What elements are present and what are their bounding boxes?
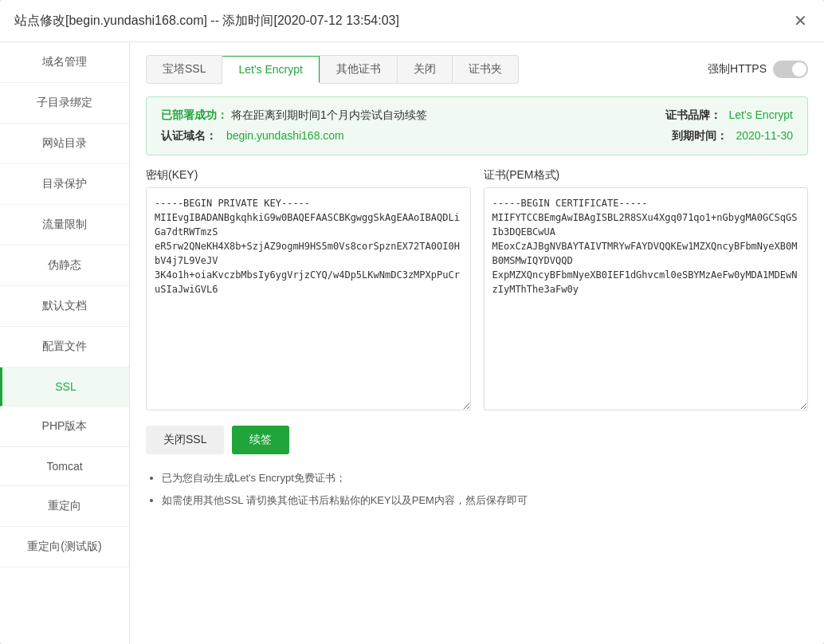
sidebar-item-default-doc[interactable]: 默认文档 [0,286,129,327]
key-label: 密钥(KEY) [146,168,471,183]
tab-lets-encrypt[interactable]: Let's Encrypt [222,56,320,83]
success-main-text: 已部署成功： 将在距离到期时间1个月内尝试自动续签 [161,108,477,123]
tab-cert-folder[interactable]: 证书夹 [453,55,519,84]
sidebar-item-redirect-beta[interactable]: 重定向(测试版) [0,527,129,567]
https-toggle-label: 强制HTTPS [708,62,767,77]
sidebar-item-domain[interactable]: 域名管理 [0,42,129,83]
dialog: 站点修改[begin.yundashi168.com] -- 添加时间[2020… [0,0,824,644]
sidebar-item-redirect[interactable]: 重定向 [0,486,129,527]
success-banner: 已部署成功： 将在距离到期时间1个月内尝试自动续签 证书品牌： Let's En… [146,96,808,155]
cert-label: 证书(PEM格式) [484,168,809,183]
tab-other-cert[interactable]: 其他证书 [320,55,398,84]
key-cert-row: 密钥(KEY) 证书(PEM格式) [146,168,808,413]
key-column: 密钥(KEY) [146,168,471,413]
cert-expire: 到期时间： 2020-11-30 [477,129,794,143]
tab-baota-ssl[interactable]: 宝塔SSL [146,55,222,84]
sidebar-item-rewrite[interactable]: 伪静态 [0,245,129,286]
key-textarea[interactable] [146,187,471,410]
cert-textarea[interactable] [484,187,809,410]
tab-close[interactable]: 关闭 [398,55,453,84]
main-layout: 域名管理 子目录绑定 网站目录 目录保护 流量限制 伪静态 默认文档 配置文件 … [0,42,824,644]
tab-bar: 宝塔SSL Let's Encrypt 其他证书 关闭 证书夹 强制HTTPS [146,55,808,84]
content-area: 宝塔SSL Let's Encrypt 其他证书 关闭 证书夹 强制HTTPS … [130,42,824,644]
https-toggle-switch[interactable] [773,61,808,78]
sidebar: 域名管理 子目录绑定 网站目录 目录保护 流量限制 伪静态 默认文档 配置文件 … [0,42,130,644]
sidebar-item-tomcat[interactable]: Tomcat [0,447,129,486]
action-buttons: 关闭SSL 续签 [146,426,808,454]
close-ssl-button[interactable]: 关闭SSL [146,426,224,454]
https-toggle-area: 强制HTTPS [708,61,808,78]
sidebar-item-subdir[interactable]: 子目录绑定 [0,83,129,124]
sidebar-item-ssl[interactable]: SSL [0,367,129,406]
notes-list: 已为您自动生成Let's Encrypt免费证书； 如需使用其他SSL 请切换其… [146,470,808,508]
title-bar: 站点修改[begin.yundashi168.com] -- 添加时间[2020… [0,0,824,42]
renew-button[interactable]: 续签 [232,426,289,454]
success-domain: 认证域名： begin.yundashi168.com [161,129,477,143]
note-item-1: 已为您自动生成Let's Encrypt免费证书； [162,470,808,486]
sidebar-item-php[interactable]: PHP版本 [0,406,129,447]
close-dialog-button[interactable]: ✕ [791,11,810,30]
sidebar-item-traffic[interactable]: 流量限制 [0,205,129,245]
sidebar-item-config[interactable]: 配置文件 [0,327,129,367]
sidebar-item-webroot[interactable]: 网站目录 [0,124,129,164]
dialog-title: 站点修改[begin.yundashi168.com] -- 添加时间[2020… [14,13,399,29]
cert-brand: 证书品牌： Let's Encrypt [477,108,794,123]
cert-column: 证书(PEM格式) [484,168,809,413]
note-item-2: 如需使用其他SSL 请切换其他证书后粘贴你的KEY以及PEM内容，然后保存即可 [162,493,808,509]
sidebar-item-dirprotect[interactable]: 目录保护 [0,164,129,205]
